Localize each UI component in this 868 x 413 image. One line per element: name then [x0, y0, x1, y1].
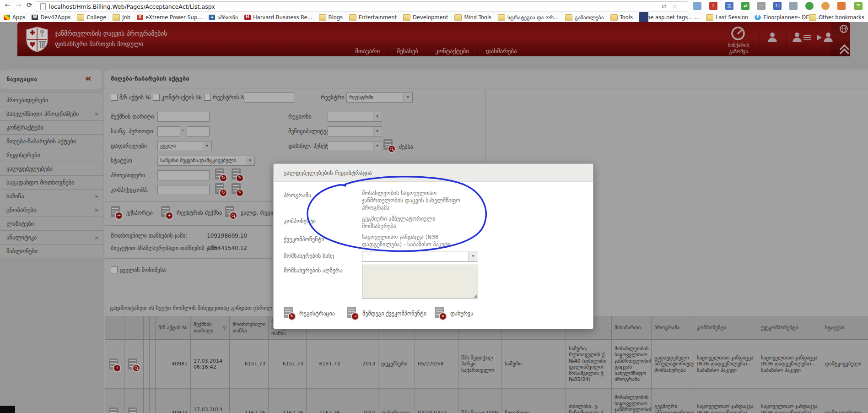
folder-icon — [113, 14, 120, 21]
bookmark-ambioni[interactable]: აამბიონი — [209, 14, 238, 21]
hbr-favicon: H — [244, 15, 251, 20]
page-icon — [40, 3, 46, 10]
folder-icon — [454, 14, 462, 21]
other-bookmarks[interactable]: Other bookmarks — [809, 12, 864, 22]
next-subcomponent-button[interactable]: → — [347, 307, 356, 318]
bookmark-college[interactable]: College — [77, 14, 106, 21]
apps-grid-icon — [4, 15, 10, 20]
forward-button[interactable]: → — [16, 1, 22, 9]
service-desc-textarea[interactable] — [362, 265, 478, 299]
program-label: პროგრამა — [284, 192, 311, 199]
bookmark-blogs[interactable]: Blogs — [319, 14, 343, 21]
extension-calendar-icon[interactable]: 31 — [773, 2, 782, 10]
bookmark-development[interactable]: Development — [403, 14, 448, 21]
status-tooltip-box — [0, 406, 15, 413]
service-desc-label: მომსახურების აღწერა — [284, 267, 343, 274]
bookmark-education[interactable]: განათლება — [565, 14, 604, 21]
folder-icon — [498, 14, 505, 21]
folder-icon — [319, 14, 326, 21]
obligation-registration-dialog: ვალდებულებების რეგისტრაცია პროგრამა მოსა… — [273, 163, 593, 329]
bookmark-tools[interactable]: Tools — [610, 14, 633, 21]
extension-cloud-icon[interactable] — [789, 2, 798, 10]
bookmark-strategy[interactable]: სტრატეგია და ორ... — [498, 14, 559, 21]
extension-resize-icon[interactable]: ⇄ — [741, 2, 749, 10]
fp-favicon: F — [755, 15, 761, 20]
bookmark-inline-asp[interactable]: inline asp.net tags... ... — [639, 14, 700, 21]
close-button[interactable]: × — [435, 307, 444, 318]
bookmark-job[interactable]: Job — [113, 14, 130, 21]
subcomponent-value: საყოველთაო ჯანდაცვა (N36 დადგენილება) - … — [362, 234, 460, 248]
next-subcomponent-button-label[interactable]: შემდეგი ქვეკომპონენტი — [362, 310, 426, 317]
dialog-title: ვალდებულებების რეგისტრაცია — [284, 169, 372, 176]
address-bar[interactable]: localhost/Hmis.Billing.Web/Pages/Accepta… — [36, 1, 688, 11]
program-value: მოსახლეობის საყოველთაო ჯანმრთელობის დაცვ… — [362, 190, 460, 212]
send-to-device-icon[interactable]: ⇄ — [662, 3, 667, 10]
folder-icon — [403, 14, 410, 21]
extension-cookie-icon[interactable] — [821, 2, 830, 10]
w-favicon: W — [32, 15, 38, 20]
bookmark-extreme-power[interactable]: XeXtreme Power Sup... — [137, 14, 202, 21]
dialog-title-bar[interactable]: ვალდებულებების რეგისტრაცია — [274, 164, 593, 182]
component-value: გეგმიური ამბულატორიული მომსახურება — [362, 215, 460, 230]
x-favicon: X — [137, 15, 143, 20]
bookmarks-row: Apps WDev47Apps College Job XeXtreme Pow… — [4, 12, 819, 22]
back-button[interactable]: ← — [5, 1, 11, 9]
register-button-label[interactable]: რეგისტრაცია — [299, 310, 335, 317]
refresh-icon: ↻ — [288, 312, 296, 321]
service-type-select[interactable]: ▾ — [362, 251, 478, 262]
bookmark-mind-tools[interactable]: Mind Tools — [454, 14, 491, 21]
reload-button[interactable]: ⟳ — [27, 1, 32, 9]
blue-favicon: ა — [209, 15, 215, 20]
service-type-label: მომსახურების სახე — [284, 253, 334, 259]
extension-pin-icon[interactable] — [805, 2, 814, 10]
chevron-down-icon: ▾ — [469, 252, 477, 261]
divider — [803, 14, 804, 21]
bookmark-entertainment[interactable]: Entertainment — [349, 14, 397, 21]
url-text[interactable]: localhost/Hmis.Billing.Web/Pages/Accepta… — [49, 3, 215, 10]
folder-icon — [610, 14, 618, 21]
folder-icon — [809, 14, 816, 21]
bookmark-apps[interactable]: Apps — [4, 14, 25, 21]
extension-translate-icon[interactable]: 文 — [725, 2, 733, 10]
browser-toolbar: ← → ⟳ localhost/Hmis.Billing.Web/Pages/A… — [0, 0, 868, 12]
bookmark-hbr[interactable]: HHarvard Business Re... — [244, 14, 313, 21]
bookmarks-bar: Apps WDev47Apps College Job XeXtreme Pow… — [0, 12, 868, 22]
component-label: კომპონენტი — [284, 218, 316, 224]
bookmarks-overflow-chevron[interactable]: » — [795, 13, 798, 20]
folder-icon — [565, 14, 572, 21]
doc-favicon — [639, 12, 648, 23]
extension-crane-icon[interactable] — [837, 2, 846, 10]
close-icon: × — [439, 312, 447, 321]
register-button[interactable]: ↻ — [284, 307, 293, 318]
arrow-right-icon: → — [351, 312, 359, 321]
extension-dots-icon[interactable]: ⋯ — [757, 2, 766, 10]
bookmark-dev47apps[interactable]: WDev47Apps — [32, 14, 70, 21]
subcomponent-label: ქვეკომპონენტი — [284, 236, 324, 243]
bookmark-star-icon[interactable]: ☆ — [672, 3, 678, 10]
folder-icon — [706, 14, 713, 21]
extension-t-icon[interactable]: t — [709, 2, 717, 10]
browser-window: ← → ⟳ localhost/Hmis.Billing.Web/Pages/A… — [0, 0, 868, 413]
folder-icon — [349, 14, 356, 21]
bookmark-last-session[interactable]: Last Session — [706, 14, 749, 21]
close-button-label[interactable]: დახურვა — [450, 310, 473, 317]
browser-menu-icon[interactable]: ☰ — [854, 2, 863, 10]
folder-icon — [77, 14, 84, 21]
extension-window-icon[interactable] — [693, 2, 701, 10]
